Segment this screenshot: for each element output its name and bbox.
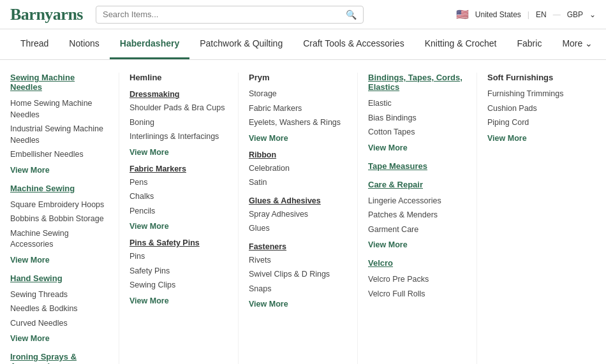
col1-machine-item-2[interactable]: Machine Sewing Accessories: [10, 228, 108, 251]
logo: Barnyarns: [10, 5, 83, 24]
col2-dress-item-0[interactable]: Shoulder Pads & Bra Cups: [129, 103, 228, 114]
flag-icon: 🇺🇸: [456, 8, 469, 20]
search-input[interactable]: [103, 10, 346, 19]
col5-item-2[interactable]: Piping Cord: [487, 117, 586, 129]
col3-fasteners-item-1[interactable]: Swivel Clips & D Rings: [249, 269, 347, 280]
col1-machine-item-0[interactable]: Square Embroidery Hoops: [10, 200, 108, 211]
search-icon: 🔍: [346, 10, 357, 20]
col1-hand-item-1[interactable]: Needles & Bodkins: [10, 303, 108, 315]
col3-prym-item-0[interactable]: Storage: [249, 89, 347, 100]
col4-velcro-item-0[interactable]: Velcro Pre Packs: [368, 274, 466, 286]
currency-chevron[interactable]: ⌄: [589, 10, 596, 19]
col2-dress-item-1[interactable]: Boning: [129, 117, 228, 129]
col3-view-more-0[interactable]: View More: [249, 134, 347, 143]
col4-care-item-0[interactable]: Lingerie Accessories: [368, 196, 466, 207]
col2-fabric-item-2[interactable]: Pencils: [129, 206, 228, 217]
nav-item-knitting[interactable]: Knitting & Crochet: [415, 29, 507, 59]
col1-item-2[interactable]: Embellisher Needles: [10, 149, 108, 161]
col2-heading-hemline[interactable]: Hemline: [129, 73, 228, 82]
col5-item-0[interactable]: Furnishing Trimmings: [487, 89, 586, 100]
col4-care-item-1[interactable]: Patches & Menders: [368, 210, 466, 221]
col3-glues-item-1[interactable]: Glues: [249, 223, 347, 235]
col1-heading-sewing-machine[interactable]: Sewing Machine Needles: [10, 73, 108, 92]
col3-heading-prym[interactable]: Prym: [249, 73, 347, 82]
col2-subheading-dressmaking[interactable]: Dressmaking: [129, 90, 228, 99]
col2-view-more-2[interactable]: View More: [129, 296, 228, 305]
col1-item-0[interactable]: Home Sewing Machine Needles: [10, 98, 108, 120]
menu-col-1: Sewing Machine Needles Home Sewing Machi…: [10, 73, 119, 364]
col2-fabric-item-0[interactable]: Pens: [129, 177, 228, 189]
menu-col-2: Hemline Dressmaking Shoulder Pads & Bra …: [119, 73, 239, 364]
header: Barnyarns 🔍 🇺🇸 United States | EN — GBP …: [0, 0, 606, 29]
col2-subheading-pins[interactable]: Pins & Safety Pins: [129, 238, 228, 247]
col4-view-more-1[interactable]: View More: [368, 240, 466, 249]
col4-heading-care[interactable]: Care & Repair: [368, 180, 466, 189]
col1-heading-machine-sewing[interactable]: Machine Sewing: [10, 184, 108, 193]
menu-col-3: Prym Storage Fabric Markers Eyelets, Was…: [239, 73, 358, 364]
col3-glues-item-0[interactable]: Spray Adhesives: [249, 209, 347, 221]
col1-heading-ironing[interactable]: Ironing Sprays & Accessories: [10, 352, 108, 364]
col1-view-more-0[interactable]: View More: [10, 166, 108, 175]
divider2: —: [553, 10, 561, 19]
col3-subheading-glues[interactable]: Glues & Adhesives: [249, 196, 347, 205]
col3-view-more-1[interactable]: View More: [249, 300, 347, 309]
nav-item-patchwork[interactable]: Patchwork & Quilting: [189, 29, 293, 59]
menu-col-4: Bindings, Tapes, Cords, Elastics Elastic…: [358, 73, 477, 364]
col2-pins-item-2[interactable]: Sewing Clips: [129, 280, 228, 291]
col1-view-more-2[interactable]: View More: [10, 334, 108, 343]
menu-col-5: Soft Furnishings Furnishing Trimmings Cu…: [477, 73, 596, 364]
header-right: 🇺🇸 United States | EN — GBP ⌄: [456, 8, 596, 20]
mega-menu: Sewing Machine Needles Home Sewing Machi…: [0, 60, 606, 364]
nav-item-more[interactable]: More ⌄: [552, 29, 603, 59]
col1-view-more-1[interactable]: View More: [10, 256, 108, 265]
col4-heading-bindings[interactable]: Bindings, Tapes, Cords, Elastics: [368, 73, 466, 92]
col3-subheading-fasteners[interactable]: Fasteners: [249, 242, 347, 251]
search-bar[interactable]: 🔍: [96, 6, 364, 24]
col3-prym-item-1[interactable]: Fabric Markers: [249, 103, 347, 115]
col5-item-1[interactable]: Cushion Pads: [487, 103, 586, 115]
col3-prym-item-2[interactable]: Eyelets, Washers & Rings: [249, 117, 347, 129]
col2-view-more-0[interactable]: View More: [129, 148, 228, 157]
col4-heading-tape[interactable]: Tape Measures: [368, 161, 466, 171]
col2-dress-item-2[interactable]: Interlinings & Interfacings: [129, 131, 228, 143]
nav-item-haberdashery[interactable]: Haberdashery: [110, 29, 189, 59]
col5-heading-soft-furnishings[interactable]: Soft Furnishings: [487, 73, 586, 82]
col3-fasteners-item-0[interactable]: Rivets: [249, 255, 347, 266]
divider: |: [528, 10, 529, 19]
col4-velcro-item-1[interactable]: Velcro Full Rolls: [368, 289, 466, 300]
col2-pins-item-1[interactable]: Safety Pins: [129, 266, 228, 277]
col2-subheading-fabric-markers[interactable]: Fabric Markers: [129, 164, 228, 173]
col4-care-item-2[interactable]: Garment Care: [368, 224, 466, 236]
currency-label[interactable]: GBP: [567, 10, 583, 19]
col1-heading-hand-sewing[interactable]: Hand Sewing: [10, 273, 108, 283]
col2-fabric-item-1[interactable]: Chalks: [129, 191, 228, 203]
col4-bindings-item-1[interactable]: Bias Bindings: [368, 113, 466, 124]
language-label[interactable]: EN: [536, 10, 547, 19]
nav-item-fabric[interactable]: Fabric: [507, 29, 552, 59]
col2-view-more-1[interactable]: View More: [129, 222, 228, 231]
col3-ribbon-item-0[interactable]: Celebration: [249, 163, 347, 175]
nav-item-craft-tools[interactable]: Craft Tools & Accessories: [293, 29, 414, 59]
col1-hand-item-2[interactable]: Curved Needles: [10, 318, 108, 330]
col4-heading-velcro[interactable]: Velcro: [368, 258, 466, 268]
col1-machine-item-1[interactable]: Bobbins & Bobbin Storage: [10, 214, 108, 225]
col3-subheading-ribbon[interactable]: Ribbon: [249, 150, 347, 159]
col1-item-1[interactable]: Industrial Sewing Machine Needles: [10, 124, 108, 146]
col3-ribbon-item-1[interactable]: Satin: [249, 177, 347, 189]
col4-bindings-item-0[interactable]: Elastic: [368, 98, 466, 110]
main-nav: Thread Notions Haberdashery Patchwork & …: [0, 29, 606, 60]
country-label[interactable]: United States: [475, 10, 521, 19]
col5-view-more-0[interactable]: View More: [487, 134, 586, 143]
col1-hand-item-0[interactable]: Sewing Threads: [10, 289, 108, 301]
col4-view-more-0[interactable]: View More: [368, 143, 466, 152]
chevron-down-icon: ⌄: [585, 38, 593, 48]
col3-fasteners-item-2[interactable]: Snaps: [249, 284, 347, 295]
nav-item-notions[interactable]: Notions: [59, 29, 109, 59]
col2-pins-item-0[interactable]: Pins: [129, 251, 228, 263]
col4-bindings-item-2[interactable]: Cotton Tapes: [368, 127, 466, 138]
nav-item-thread[interactable]: Thread: [10, 29, 59, 59]
